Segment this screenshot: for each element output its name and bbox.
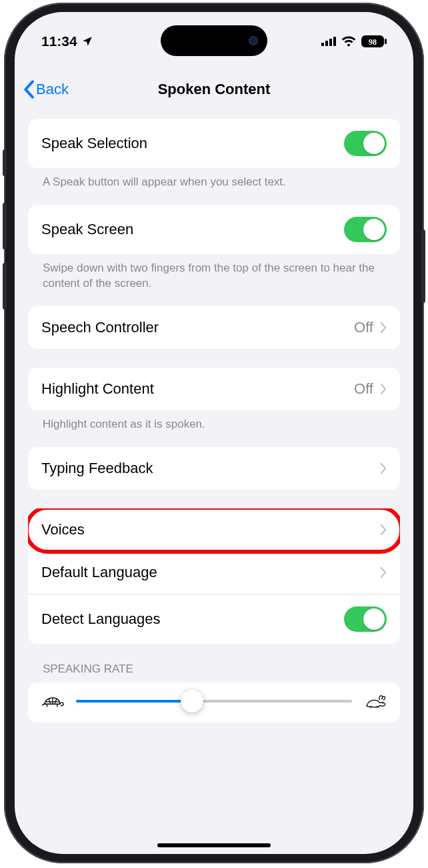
svg-point-6 xyxy=(383,703,384,704)
chevron-right-icon xyxy=(380,566,387,578)
row-typing-feedback[interactable]: Typing Feedback xyxy=(28,447,400,490)
location-icon xyxy=(81,35,93,47)
row-speaking-rate[interactable] xyxy=(28,683,400,723)
speaking-rate-slider[interactable] xyxy=(76,700,352,703)
device-frame: 11:34 xyxy=(4,3,424,863)
group-speak-screen: Speak Screen xyxy=(28,205,400,254)
group-highlight-content: Highlight Content Off xyxy=(28,368,400,410)
status-time: 11:34 xyxy=(41,33,77,49)
slider-fill xyxy=(76,700,192,703)
row-label: Speak Screen xyxy=(41,221,133,238)
row-label: Voices xyxy=(41,521,85,538)
group-speaking-rate xyxy=(28,683,400,723)
row-label: Detect Languages xyxy=(41,610,161,628)
volume-up-button xyxy=(3,203,7,250)
hare-icon xyxy=(364,693,387,709)
footer-speak-screen: Swipe down with two fingers from the top… xyxy=(28,254,400,306)
row-label: Speech Controller xyxy=(41,319,159,336)
row-label: Default Language xyxy=(41,564,157,581)
group-typing-feedback: Typing Feedback xyxy=(28,447,400,490)
home-indicator[interactable] xyxy=(157,843,271,847)
volume-down-button xyxy=(3,263,7,310)
row-label: Speak Selection xyxy=(41,135,147,152)
row-voices[interactable]: Voices xyxy=(28,508,400,551)
row-label: Highlight Content xyxy=(41,380,154,398)
svg-rect-5 xyxy=(385,39,387,44)
wifi-icon xyxy=(341,36,356,47)
slider-knob[interactable] xyxy=(181,690,203,713)
content-area: Speak Selection A Speak button will appe… xyxy=(15,119,413,854)
back-button[interactable]: Back xyxy=(23,80,69,99)
toggle-speak-selection[interactable] xyxy=(344,131,387,156)
screen: 11:34 xyxy=(15,12,413,854)
svg-rect-1 xyxy=(325,41,328,46)
row-label: Typing Feedback xyxy=(41,460,153,477)
group-speech-controller: Speech Controller Off xyxy=(28,306,400,349)
chevron-right-icon xyxy=(380,462,387,474)
chevron-right-icon xyxy=(380,383,387,395)
toggle-speak-screen[interactable] xyxy=(344,217,387,242)
footer-speak-selection: A Speak button will appear when you sele… xyxy=(28,168,400,205)
chevron-right-icon xyxy=(380,322,387,334)
tortoise-icon xyxy=(41,693,64,709)
row-value: Off xyxy=(354,380,373,398)
power-button xyxy=(421,230,425,303)
svg-rect-0 xyxy=(321,43,324,46)
row-speak-selection[interactable]: Speak Selection xyxy=(28,119,400,168)
battery-icon: 98 xyxy=(361,35,387,47)
row-highlight-content[interactable]: Highlight Content Off xyxy=(28,368,400,410)
page-title: Spoken Content xyxy=(158,81,271,98)
group-speak-selection: Speak Selection xyxy=(28,119,400,168)
battery-percent-text: 98 xyxy=(369,37,377,47)
group-voices: Voices Default Language Detect Languages xyxy=(28,508,400,644)
footer-highlight-content: Highlight content as it is spoken. xyxy=(28,410,400,447)
svg-rect-2 xyxy=(329,39,332,46)
row-value: Off xyxy=(354,319,373,336)
silent-switch xyxy=(3,149,7,176)
row-speech-controller[interactable]: Speech Controller Off xyxy=(28,306,400,349)
back-label: Back xyxy=(36,81,69,98)
status-bar: 11:34 xyxy=(15,29,413,53)
row-detect-languages[interactable]: Detect Languages xyxy=(28,594,400,644)
nav-bar: Back Spoken Content xyxy=(15,69,413,109)
row-default-language[interactable]: Default Language xyxy=(28,551,400,594)
cellular-icon xyxy=(321,37,336,46)
section-header-speaking-rate: SPEAKING RATE xyxy=(28,644,400,683)
row-speak-screen[interactable]: Speak Screen xyxy=(28,205,400,254)
toggle-detect-languages[interactable] xyxy=(344,606,387,632)
svg-rect-3 xyxy=(333,37,336,46)
chevron-right-icon xyxy=(380,524,387,536)
